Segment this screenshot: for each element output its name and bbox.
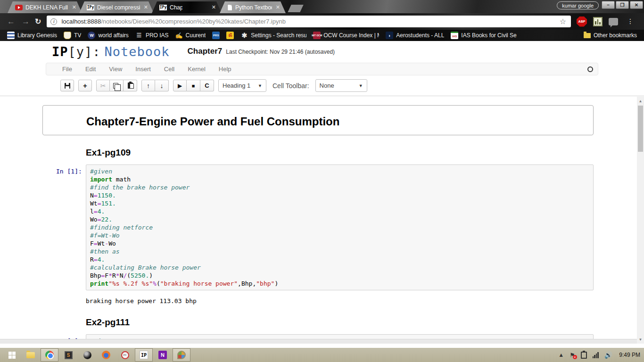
tab-close-icon[interactable]: ✕ <box>211 4 217 10</box>
interrupt-kernel-button[interactable]: ■ <box>187 80 200 91</box>
profile-name-chip[interactable]: kumar google <box>557 1 599 9</box>
speaker-icon[interactable]: 🔊 <box>604 351 612 359</box>
back-icon[interactable]: ← <box>4 17 18 26</box>
page-info-icon[interactable]: i <box>50 18 57 25</box>
other-bookmarks[interactable]: Other bookmarks <box>580 31 640 40</box>
start-button[interactable] <box>3 348 21 362</box>
ex1-heading[interactable]: Ex1-pg109 <box>86 148 594 158</box>
bookmark-aerostudents[interactable]: ◗ Aerostudents - ALL <box>382 31 447 40</box>
add-cell-button[interactable]: + <box>78 80 92 91</box>
copy-icon <box>113 83 118 89</box>
forward-icon[interactable]: → <box>18 17 33 26</box>
notebook-menubar: File Edit View Insert Cell Kernel Help <box>46 63 598 75</box>
tab-close-icon[interactable]: ✕ <box>275 4 281 10</box>
input-prompt: In [1]: <box>42 165 86 290</box>
address-bar[interactable]: i localhost:8888/notebooks/Diesel%20comp… <box>47 16 571 27</box>
bookmark-clear-ias[interactable]: IAS IAS Books for Civil Se <box>447 31 520 40</box>
paste-cell-button[interactable] <box>124 80 137 91</box>
menu-help[interactable]: Help <box>212 66 238 73</box>
bookmark-settings[interactable]: ✱ Settings - Search resu <box>237 31 310 40</box>
library-genesis-icon <box>7 32 15 39</box>
new-tab-button[interactable] <box>288 5 303 12</box>
close-button[interactable]: ✕ <box>630 1 643 9</box>
browser-nav-bar: ← → ↻ i localhost:8888/notebooks/Diesel%… <box>0 13 644 30</box>
menu-edit[interactable]: Edit <box>79 66 102 73</box>
url-text[interactable]: localhost:8888/notebooks/Diesel%20compre… <box>61 18 558 25</box>
adblock-plus-icon[interactable]: ABP <box>577 16 587 27</box>
battery-icon[interactable] <box>581 352 587 359</box>
file-explorer-button[interactable] <box>22 348 40 362</box>
browser-tab-python-textbook[interactable]: Python Textbook Compa ✕ <box>220 1 286 13</box>
copy-cell-button[interactable] <box>110 80 124 91</box>
url-host: localhost:8888 <box>61 18 101 25</box>
notebook-scroll-area[interactable]: Chapter7-Engine Power and Fuel Consumpti… <box>0 96 644 344</box>
bookmark-script[interactable]: ॐ <box>223 31 237 40</box>
firefox-taskbar-button[interactable] <box>97 348 115 362</box>
save-button[interactable] <box>60 80 74 91</box>
run-cell-button[interactable]: ▶ <box>173 80 187 91</box>
ipython-taskbar-button[interactable]: IP <box>135 348 153 362</box>
bookmark-pro-ias[interactable]: ☰ PRO IAS <box>132 31 172 40</box>
scrollbar-thumb[interactable] <box>638 106 643 152</box>
ex2-heading[interactable]: Ex2-pg111 <box>86 317 594 328</box>
menu-cell[interactable]: Cell <box>157 66 181 73</box>
move-cell-down-button[interactable]: ↓ <box>155 80 169 91</box>
hangouts-icon[interactable] <box>609 18 618 25</box>
kernel-idle-indicator <box>587 66 593 72</box>
cell-output-ex1: braking horse power 113.03 bhp <box>86 297 594 305</box>
clock[interactable]: 9:49 PM <box>619 352 640 358</box>
menu-kernel[interactable]: Kernel <box>181 66 212 73</box>
bookmark-prs[interactable]: PRS <box>209 31 223 40</box>
move-cell-up-button[interactable]: ↑ <box>141 80 155 91</box>
notebook-toolbar: + ✂ ↑ ↓ ▶ ■ C Heading 1 ▼ Cell Toolbar: … <box>0 75 644 96</box>
browser-tab-diesel[interactable]: IPy Diesel compression by k ✕ <box>79 1 154 13</box>
tab-close-icon[interactable]: ✕ <box>71 4 77 10</box>
bookmark-ocw[interactable]: MIT OCW OCW Course Index | M <box>310 31 382 40</box>
snipping-tool-button[interactable]: ✂ <box>116 348 134 362</box>
code-cell-ex1[interactable]: In [1]: #givenimport math#find the brake… <box>42 165 594 290</box>
menu-insert[interactable]: Insert <box>129 66 157 73</box>
crest-icon <box>64 32 71 39</box>
restore-button[interactable]: ❐ <box>616 1 629 9</box>
horizontal-scrollbar[interactable] <box>0 339 637 344</box>
sublime-taskbar-button[interactable]: S <box>59 348 77 362</box>
ipython-logo[interactable]: IP[y]:Notebook <box>52 44 170 59</box>
network-signal-icon[interactable] <box>593 352 599 358</box>
media-app-button[interactable] <box>78 348 96 362</box>
browser-tab-youtube[interactable]: DEKH LENA Full Video S ✕ <box>8 1 82 13</box>
reload-icon[interactable]: ↻ <box>33 17 45 26</box>
onenote-taskbar-button[interactable]: N <box>154 348 172 362</box>
paint-taskbar-button[interactable] <box>173 348 190 362</box>
vertical-scrollbar[interactable]: ▲ ▼ <box>637 97 644 344</box>
chrome-taskbar-button[interactable] <box>41 348 58 362</box>
bookmark-library-genesis[interactable]: Library Genesis <box>4 31 60 40</box>
bookmark-star-icon[interactable]: ☆ <box>559 17 567 26</box>
window-controls: – ❐ ✕ <box>602 1 643 9</box>
cell-type-select[interactable]: Heading 1 ▼ <box>218 79 266 92</box>
tab-title: Chapter7 <box>170 4 182 11</box>
sphere-icon <box>83 351 91 359</box>
tab-close-icon[interactable]: ✕ <box>143 4 149 10</box>
minimize-button[interactable]: – <box>602 1 615 9</box>
bookmark-cuurent[interactable]: ✍ Cuurent <box>172 31 209 40</box>
cell-toolbar-select[interactable]: None ▼ <box>315 79 367 92</box>
folder-icon <box>26 352 35 358</box>
menu-file[interactable]: File <box>56 66 79 73</box>
bookmark-world-affairs[interactable]: W world affairs <box>84 31 132 40</box>
tab-title: Python Textbook Compa <box>235 4 272 11</box>
heading-cell-selected[interactable]: Chapter7-Engine Power and Fuel Consumpti… <box>42 105 594 135</box>
bookmark-tv[interactable]: TV <box>60 31 84 40</box>
restart-kernel-button[interactable]: C <box>200 80 214 91</box>
scroll-down-icon[interactable]: ▼ <box>637 336 644 343</box>
browser-tab-chapter7-active[interactable]: IPy Chapter7 ✕ <box>152 1 222 13</box>
browser-menu-icon[interactable]: ⋮ <box>624 20 636 23</box>
cut-cell-button[interactable]: ✂ <box>96 80 110 91</box>
script-icon: ॐ <box>226 32 234 39</box>
scroll-up-icon[interactable]: ▲ <box>637 98 644 105</box>
menu-view[interactable]: View <box>102 66 129 73</box>
code-input-area[interactable]: #givenimport math#find the brake horse p… <box>86 165 594 290</box>
show-hidden-icons[interactable]: ▲ <box>558 352 564 358</box>
action-center-flag-icon[interactable]: ⚑ <box>570 352 575 359</box>
extension-chart-icon[interactable] <box>593 17 603 26</box>
notebook-title[interactable]: Chapter7 <box>188 47 223 56</box>
